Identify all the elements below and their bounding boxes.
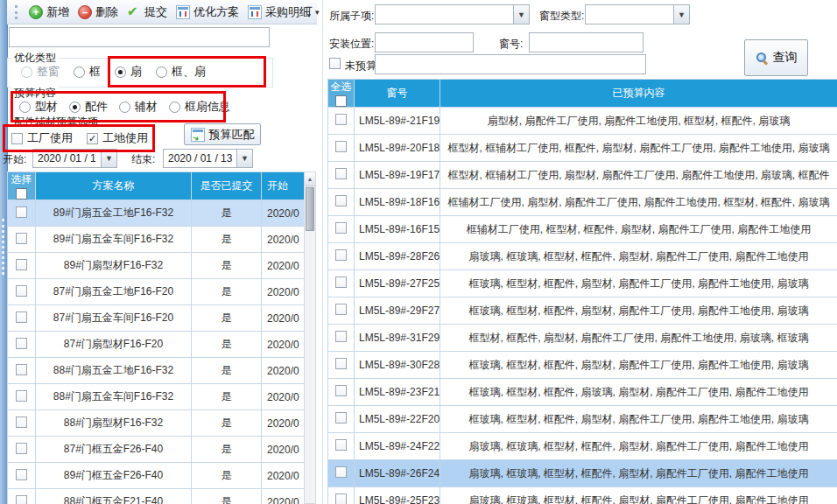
plan-table-row[interactable]: 89#门扇五金车间F16-F32是2020/0 xyxy=(8,227,305,253)
plan-name-cell: 88#门框五金F21-F40 xyxy=(36,489,192,504)
plan-submitted-cell: 是 xyxy=(192,437,262,463)
plan-table-row[interactable]: 87#门扇五金车间F16-F20是2020/0 xyxy=(8,305,305,332)
row-checkbox[interactable] xyxy=(335,412,347,424)
plan-name-cell: 89#门扇五金车间F16-F32 xyxy=(36,227,192,253)
row-checkbox[interactable] xyxy=(16,285,27,297)
sub-item-select[interactable]: ▼ xyxy=(375,4,530,24)
row-checkbox[interactable] xyxy=(335,494,347,504)
budget-table-row[interactable]: LM5L-89#-26F24扇玻璃, 框玻璃, 框型材, 框配件, 扇型材, 扇… xyxy=(328,460,837,487)
radio-frame-label: 框 xyxy=(89,64,101,80)
chevron-down-icon[interactable]: ▼ xyxy=(101,150,116,167)
budget-table-row[interactable]: LM5L-89#-28F26扇玻璃, 框玻璃, 框型材, 框配件, 扇型材, 扇… xyxy=(328,243,837,270)
plan-table-row[interactable]: 88#门框五金F21-F40是2020/0 xyxy=(8,489,305,504)
budget-table-row[interactable]: LM5L-89#-24F22扇玻璃, 框玻璃, 框型材, 框配件, 扇型材, 扇… xyxy=(328,433,837,460)
add-button[interactable]: 新增 xyxy=(25,3,74,22)
select-all-checkbox[interactable] xyxy=(16,188,27,200)
budget-table-row[interactable]: LM5L-89#-23F21框玻璃, 框型材, 框配件, 扇玻璃, 扇型材, 扇… xyxy=(328,379,837,406)
plan-table-row[interactable]: 88#门扇五金车间F16-F32是2020/0 xyxy=(8,384,305,410)
row-checkbox[interactable] xyxy=(16,233,27,244)
plan-start-cell: 2020/0 xyxy=(262,358,305,384)
plan-table-row[interactable]: 88#门扇五金工地F16-F32是2020/0 xyxy=(8,358,305,384)
scrollbar-thumb[interactable] xyxy=(306,187,314,231)
no-budget-checkbox[interactable] xyxy=(329,58,341,69)
radio-sash[interactable]: 扇 xyxy=(115,64,142,80)
row-checkbox[interactable] xyxy=(335,141,347,152)
row-checkbox[interactable] xyxy=(16,495,27,504)
plan-table-row[interactable]: 87#门扇五金工地F16-F20是2020/0 xyxy=(8,279,305,305)
plan-table-row[interactable]: 87#门扇型材F16-F20是2020/0 xyxy=(8,332,305,358)
budget-table-row[interactable]: LM5L-89#-25F23扇玻璃, 框玻璃, 框型材, 框配件, 扇型材, 扇… xyxy=(328,487,837,504)
checkbox-site-use[interactable]: ✓工地使用 xyxy=(87,130,148,146)
row-checkbox[interactable] xyxy=(335,249,347,261)
row-checkbox[interactable] xyxy=(16,469,27,480)
row-checkbox[interactable] xyxy=(16,206,27,218)
radio-profile[interactable]: 型材 xyxy=(19,99,58,115)
row-checkbox[interactable] xyxy=(16,312,27,323)
radio-circle-icon xyxy=(156,66,167,78)
radio-frame-sash-info[interactable]: 框扇信息 xyxy=(169,99,230,115)
row-checkbox[interactable] xyxy=(335,331,347,342)
budget-table-row[interactable]: LM5L-89#-31F29框型材, 框配件, 扇型材, 扇配件工厂使用, 扇配… xyxy=(328,325,837,352)
budget-table-row[interactable]: LM5L-89#-20F18框型材, 框辅材工厂使用, 框配件, 扇型材, 扇配… xyxy=(328,135,837,162)
budget-table-row[interactable]: LM5L-89#-19F17框型材, 框辅材工厂使用, 扇型材, 扇配件工厂使用… xyxy=(328,162,837,189)
row-checkbox[interactable] xyxy=(16,259,27,270)
row-checkbox[interactable] xyxy=(16,338,27,349)
spreadsheet-icon xyxy=(248,5,262,19)
chevron-down-icon[interactable]: ▼ xyxy=(513,5,529,24)
plan-table-row[interactable]: 87#门框五金F26-F40是2020/0 xyxy=(8,437,305,463)
row-checkbox[interactable] xyxy=(335,358,347,369)
chevron-down-icon[interactable]: ▼ xyxy=(236,150,252,167)
scroll-up-icon[interactable]: ▲ xyxy=(305,172,315,186)
row-checkbox[interactable] xyxy=(16,364,27,375)
plan-table-row[interactable]: 89#门扇型材F16-F32是2020/0 xyxy=(8,253,305,279)
query-button[interactable]: 查询 xyxy=(744,39,808,76)
install-position-input[interactable] xyxy=(375,32,474,52)
budget-table-row[interactable]: LM5L-89#-30F28框玻璃, 框型材, 框配件, 扇型材, 扇配件工厂使… xyxy=(328,352,837,379)
row-checkbox[interactable] xyxy=(335,222,347,234)
row-checkbox[interactable] xyxy=(335,439,347,451)
radio-frame-sash[interactable]: 框、扇 xyxy=(156,64,206,80)
radio-auxiliary[interactable]: 辅材 xyxy=(119,99,158,115)
chevron-down-icon[interactable]: ▾ xyxy=(315,8,320,17)
window-type-select[interactable]: ▼ xyxy=(585,4,690,24)
checkbox-factory-use[interactable]: 工厂使用 xyxy=(11,130,73,146)
budget-table-row[interactable]: LM5L-89#-22F20框玻璃, 框型材, 框配件, 扇型材, 扇配件工厂使… xyxy=(328,406,837,433)
start-date-picker[interactable]: 2020 / 01 / 1 ▼ xyxy=(32,149,117,168)
plan-table-scrollbar[interactable]: ▲ xyxy=(304,172,316,504)
plan-filter-input[interactable] xyxy=(9,27,270,47)
plan-table-row[interactable]: 88#门扇型材F16-F32是2020/0 xyxy=(8,410,305,437)
budget-table-row[interactable]: LM5L-89#-16F15框辅材工厂使用, 框型材, 框配件, 扇型材, 扇配… xyxy=(328,216,837,243)
plan-table-row[interactable]: 89#门扇五金工地F16-F32是2020/0 xyxy=(8,200,305,227)
window-no-input[interactable] xyxy=(529,32,644,52)
optimize-plan-button-label: 优化方案 xyxy=(193,4,239,20)
row-checkbox[interactable] xyxy=(16,416,27,428)
row-checkbox[interactable] xyxy=(335,385,347,396)
no-budget-input[interactable] xyxy=(375,54,646,74)
row-checkbox[interactable] xyxy=(16,443,27,454)
budget-table-row[interactable]: LM5L-89#-29F27框玻璃, 框型材, 框配件, 扇型材, 扇配件工厂使… xyxy=(328,298,837,325)
toolbar-overflow-button[interactable]: ▔▾ xyxy=(303,4,315,22)
budget-table-row[interactable]: LM5L-89#-27F25框玻璃, 框型材, 框配件, 扇型材, 扇配件工厂使… xyxy=(328,270,837,298)
radio-frame[interactable]: 框 xyxy=(74,64,101,80)
row-checkbox[interactable] xyxy=(335,466,347,478)
row-checkbox[interactable] xyxy=(335,168,347,179)
budget-table-row[interactable]: LM5L-89#-21F19扇型材, 扇配件工厂使用, 扇配件工地使用, 框型材… xyxy=(328,108,837,135)
select-all-checkbox[interactable] xyxy=(335,95,347,107)
delete-button[interactable]: 删除 xyxy=(74,3,123,22)
budget-table-row[interactable]: LM5L-89#-18F16框辅材工厂使用, 扇型材, 扇配件工厂使用, 扇配件… xyxy=(328,189,837,216)
row-checkbox[interactable] xyxy=(335,276,347,288)
optimize-plan-button[interactable]: 优化方案 xyxy=(172,3,243,22)
plan-table-row[interactable]: 89#门框五金F26-F40是2020/0 xyxy=(8,463,305,489)
submit-button[interactable]: 提交 xyxy=(123,3,172,22)
radio-hardware[interactable]: 配件 xyxy=(69,99,108,115)
chevron-down-icon[interactable]: ▼ xyxy=(673,5,689,24)
row-checkbox[interactable] xyxy=(335,304,347,315)
delete-minus-icon xyxy=(78,5,92,19)
plan-start-header: 开始 xyxy=(262,172,305,200)
row-checkbox[interactable] xyxy=(16,390,27,402)
row-checkbox[interactable] xyxy=(335,114,347,125)
end-date-picker[interactable]: 2020 / 01 / 13 ▼ xyxy=(163,149,253,168)
radio-whole-window-label: 整窗 xyxy=(37,64,60,80)
row-checkbox[interactable] xyxy=(335,195,347,206)
budget-match-button[interactable]: 预算匹配 xyxy=(184,123,261,145)
